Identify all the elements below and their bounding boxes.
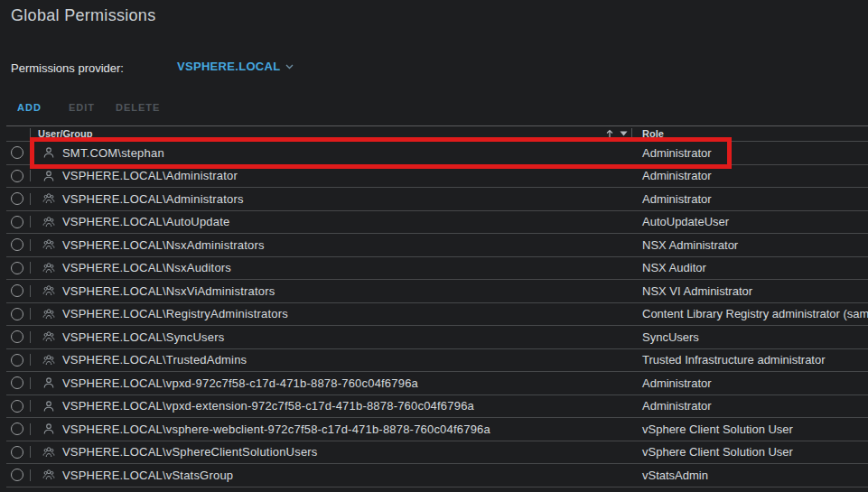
user-group-name: VSPHERE.LOCAL\RegistryAdministrators xyxy=(62,307,288,320)
table-row[interactable]: VSPHERE.LOCAL\vSphereClientSolutionUsers… xyxy=(6,441,868,465)
row-select-radio[interactable] xyxy=(11,446,23,459)
column-header-role[interactable]: Role xyxy=(642,128,664,139)
role-value: SyncUsers xyxy=(642,330,699,344)
user-group-name: VSPHERE.LOCAL\SyncUsers xyxy=(62,330,224,344)
user-icon xyxy=(42,376,55,389)
row-select-radio[interactable] xyxy=(11,146,23,159)
row-select-radio[interactable] xyxy=(11,238,23,251)
chevron-down-icon xyxy=(285,64,294,70)
column-header-user-group[interactable]: User/Group xyxy=(38,128,93,139)
column-divider xyxy=(30,377,31,389)
user-group-name: VSPHERE.LOCAL\vStatsGroup xyxy=(62,469,233,482)
table-row[interactable]: VSPHERE.LOCAL\NsxAdministrators NSX Admi… xyxy=(6,234,868,257)
role-value: Content Library Registry administrator (… xyxy=(642,307,868,320)
user-group-name: SMT.COM\stephan xyxy=(62,146,164,160)
column-divider xyxy=(30,262,31,274)
group-icon xyxy=(42,238,55,251)
role-value: vStatsAdmin xyxy=(642,469,708,482)
column-divider xyxy=(30,446,31,458)
table-row[interactable]: VSPHERE.LOCAL\RegistryAdministrators Con… xyxy=(6,303,868,327)
user-group-name: VSPHERE.LOCAL\vpxd-extension-972c7f58-c1… xyxy=(62,399,474,413)
group-icon xyxy=(42,192,55,205)
user-group-name: VSPHERE.LOCAL\TrustedAdmins xyxy=(62,353,247,367)
row-select-radio[interactable] xyxy=(11,469,23,481)
table-row[interactable]: VSPHERE.LOCAL\SyncUsers SyncUsers xyxy=(6,326,868,349)
role-value: NSX Auditor xyxy=(642,261,706,274)
column-divider xyxy=(30,423,31,435)
role-value: Trusted Infrastructure administrator xyxy=(642,353,826,367)
user-group-name: VSPHERE.LOCAL\Administrator xyxy=(62,169,238,182)
role-value: AutoUpdateUser xyxy=(642,215,729,228)
permissions-table: User/Group Role xyxy=(6,125,868,487)
row-select-radio[interactable] xyxy=(11,400,23,413)
permissions-provider-value: VSPHERE.LOCAL xyxy=(177,60,280,73)
group-icon xyxy=(42,354,55,367)
permissions-provider-dropdown[interactable]: VSPHERE.LOCAL xyxy=(177,60,294,73)
role-value: Administrator xyxy=(642,399,712,413)
role-value: NSX Administrator xyxy=(642,238,738,252)
group-icon xyxy=(42,284,55,297)
user-group-name: VSPHERE.LOCAL\AutoUpdate xyxy=(62,215,229,228)
row-select-radio[interactable] xyxy=(11,422,23,435)
user-group-name: VSPHERE.LOCAL\vsphere-webclient-972c7f58… xyxy=(62,422,490,436)
role-value: vSphere Client Solution User xyxy=(642,422,793,436)
group-icon xyxy=(42,330,55,343)
table-row[interactable]: VSPHERE.LOCAL\TrustedAdmins Trusted Infr… xyxy=(6,349,868,373)
column-divider xyxy=(30,239,31,251)
user-icon xyxy=(42,170,55,182)
user-icon xyxy=(42,146,55,159)
column-divider xyxy=(30,193,31,205)
group-icon xyxy=(42,469,55,481)
role-value: Administrator xyxy=(642,146,712,160)
row-select-radio[interactable] xyxy=(11,192,23,205)
add-button[interactable]: ADD xyxy=(17,102,42,113)
permissions-provider-label: Permissions provider: xyxy=(11,61,124,75)
row-select-radio[interactable] xyxy=(11,330,23,343)
table-row[interactable]: VSPHERE.LOCAL\vpxd-extension-972c7f58-c1… xyxy=(6,395,868,419)
table-row[interactable]: VSPHERE.LOCAL\vpxd-972c7f58-c17d-471b-88… xyxy=(6,372,868,395)
column-divider xyxy=(30,400,31,412)
sort-ascending-icon[interactable] xyxy=(605,129,614,139)
column-divider xyxy=(30,354,31,366)
table-row[interactable]: VSPHERE.LOCAL\vStatsGroup vStatsAdmin xyxy=(6,464,868,487)
row-select-radio[interactable] xyxy=(11,308,23,320)
role-value: Administrator xyxy=(642,169,712,182)
role-value: Administrator xyxy=(642,376,712,390)
user-group-name: VSPHERE.LOCAL\Administrators xyxy=(62,192,244,206)
table-row[interactable]: SMT.COM\stephan Administrator xyxy=(6,142,868,165)
row-select-radio[interactable] xyxy=(11,354,23,367)
role-value: vSphere Client Solution User xyxy=(642,445,793,459)
user-group-name: VSPHERE.LOCAL\NsxAdministrators xyxy=(62,238,265,252)
table-row[interactable]: VSPHERE.LOCAL\AutoUpdate AutoUpdateUser xyxy=(6,211,868,235)
group-icon xyxy=(42,216,55,228)
table-row[interactable]: VSPHERE.LOCAL\NsxAuditors NSX Auditor xyxy=(6,257,868,281)
column-divider xyxy=(30,216,31,227)
column-divider xyxy=(30,170,31,181)
row-select-radio[interactable] xyxy=(11,170,23,182)
row-select-radio[interactable] xyxy=(11,216,23,228)
column-filter-caret-icon[interactable] xyxy=(620,131,628,136)
column-divider xyxy=(631,128,632,140)
row-select-radio[interactable] xyxy=(11,262,23,274)
table-body: SMT.COM\stephan Administrator xyxy=(6,142,868,487)
user-icon xyxy=(42,400,55,413)
table-row[interactable]: VSPHERE.LOCAL\vsphere-webclient-972c7f58… xyxy=(6,418,868,441)
delete-button[interactable]: DELETE xyxy=(116,102,160,113)
user-group-name: VSPHERE.LOCAL\NsxAuditors xyxy=(62,261,231,274)
user-group-name: VSPHERE.LOCAL\vpxd-972c7f58-c17d-471b-88… xyxy=(62,376,418,390)
column-divider xyxy=(30,331,31,343)
table-row[interactable]: VSPHERE.LOCAL\Administrators Administrat… xyxy=(6,188,868,211)
user-icon xyxy=(42,422,55,435)
row-select-radio[interactable] xyxy=(11,376,23,389)
column-divider xyxy=(30,308,31,320)
role-value: Administrator xyxy=(642,192,712,206)
table-row[interactable]: VSPHERE.LOCAL\Administrator Administrato… xyxy=(6,165,868,189)
page-title: Global Permissions xyxy=(11,6,155,25)
column-divider xyxy=(30,147,31,159)
group-icon xyxy=(42,308,55,320)
edit-button[interactable]: EDIT xyxy=(69,102,95,113)
user-group-name: VSPHERE.LOCAL\NsxViAdministrators xyxy=(62,284,275,298)
user-group-name: VSPHERE.LOCAL\vSphereClientSolutionUsers xyxy=(62,445,318,459)
table-row[interactable]: VSPHERE.LOCAL\NsxViAdministrators NSX VI… xyxy=(6,280,868,303)
row-select-radio[interactable] xyxy=(11,284,23,297)
